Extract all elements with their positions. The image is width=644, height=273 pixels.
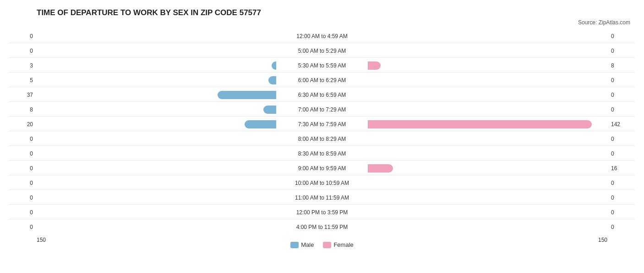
female-bar-container xyxy=(368,61,607,71)
female-bar-container xyxy=(368,149,607,159)
male-value: 0 xyxy=(9,180,37,186)
legend-female: Female xyxy=(323,241,353,248)
male-bar-container xyxy=(37,119,276,129)
female-bar-container xyxy=(368,31,607,41)
chart-row: 012:00 PM to 3:59 PM0 xyxy=(9,206,635,219)
male-value: 0 xyxy=(9,48,37,54)
chart-row: 05:00 AM to 5:29 AM0 xyxy=(9,44,635,58)
male-value: 0 xyxy=(9,209,37,216)
male-bar xyxy=(218,91,276,99)
male-value: 0 xyxy=(9,150,37,157)
male-bar-container xyxy=(37,46,276,56)
female-value: 0 xyxy=(607,48,635,54)
chart-row: 010:00 AM to 10:59 AM0 xyxy=(9,176,635,190)
female-bar-container xyxy=(368,105,607,115)
female-legend-label: Female xyxy=(333,241,353,248)
male-bar-container xyxy=(37,90,276,100)
female-value: 0 xyxy=(607,195,635,201)
male-bar-container xyxy=(37,163,276,173)
female-bar-container xyxy=(368,90,607,100)
female-bar-container xyxy=(368,222,607,232)
time-label: 7:30 AM to 7:59 AM xyxy=(276,121,368,128)
male-value: 3 xyxy=(9,62,37,69)
time-label: 12:00 AM to 4:59 AM xyxy=(276,33,368,39)
male-value: 20 xyxy=(9,121,37,128)
female-value: 0 xyxy=(607,224,635,230)
female-value: 16 xyxy=(607,165,635,172)
female-bar-container xyxy=(368,207,607,217)
female-bar-container xyxy=(368,134,607,144)
male-bar-container xyxy=(37,193,276,203)
male-value: 8 xyxy=(9,106,37,113)
female-legend-box xyxy=(323,242,331,248)
male-value: 0 xyxy=(9,136,37,142)
male-legend-box xyxy=(290,242,299,248)
male-bar-container xyxy=(37,75,276,85)
time-label: 5:30 AM to 5:59 AM xyxy=(276,62,368,69)
female-bar xyxy=(368,120,592,128)
male-bar-container xyxy=(37,61,276,71)
time-label: 9:00 AM to 9:59 AM xyxy=(276,165,368,172)
male-bar xyxy=(263,106,276,114)
female-bar-container xyxy=(368,119,607,129)
chart-row: 08:30 AM to 8:59 AM0 xyxy=(9,147,635,161)
time-label: 4:00 PM to 11:59 PM xyxy=(276,224,368,230)
female-value: 142 xyxy=(607,121,635,128)
male-bar xyxy=(272,61,276,70)
chart-row: 04:00 PM to 11:59 PM0 xyxy=(9,220,635,234)
male-bar xyxy=(245,120,276,128)
male-bar-container xyxy=(37,207,276,217)
time-label: 7:00 AM to 7:29 AM xyxy=(276,106,368,113)
bottom-label-left: 150 xyxy=(9,237,46,248)
male-bar-container xyxy=(37,149,276,159)
male-bar-container xyxy=(37,31,276,41)
time-label: 6:30 AM to 6:59 AM xyxy=(276,92,368,98)
time-label: 11:00 AM to 11:59 AM xyxy=(276,195,368,201)
chart-container: TIME OF DEPARTURE TO WORK BY SEX IN ZIP … xyxy=(0,0,644,262)
legend: Male Female xyxy=(290,241,354,248)
female-value: 0 xyxy=(607,106,635,113)
female-value: 8 xyxy=(607,62,635,69)
chart-area: 012:00 AM to 4:59 AM005:00 AM to 5:29 AM… xyxy=(9,29,635,234)
female-bar-container xyxy=(368,75,607,85)
male-value: 0 xyxy=(9,33,37,39)
bottom-label-right: 150 xyxy=(598,237,635,248)
female-bar-container xyxy=(368,193,607,203)
chart-row: 56:00 AM to 6:29 AM0 xyxy=(9,73,635,87)
source-text: Source: ZipAtlas.com xyxy=(9,19,635,26)
female-value: 0 xyxy=(607,33,635,39)
chart-row: 08:00 AM to 8:29 AM0 xyxy=(9,132,635,146)
time-label: 12:00 PM to 3:59 PM xyxy=(276,209,368,216)
female-value: 0 xyxy=(607,209,635,216)
male-bar-container xyxy=(37,222,276,232)
chart-row: 35:30 AM to 5:59 AM8 xyxy=(9,59,635,72)
male-bar-container xyxy=(37,134,276,144)
time-label: 6:00 AM to 6:29 AM xyxy=(276,77,368,84)
male-bar-container xyxy=(37,105,276,115)
male-value: 5 xyxy=(9,77,37,84)
male-value: 37 xyxy=(9,92,37,98)
time-label: 8:00 AM to 8:29 AM xyxy=(276,136,368,142)
male-value: 0 xyxy=(9,165,37,172)
chart-row: 09:00 AM to 9:59 AM16 xyxy=(9,162,635,175)
time-label: 10:00 AM to 10:59 AM xyxy=(276,180,368,186)
male-bar-container xyxy=(37,178,276,188)
chart-row: 376:30 AM to 6:59 AM0 xyxy=(9,88,635,102)
legend-male: Male xyxy=(290,241,314,248)
female-bar xyxy=(368,164,393,173)
chart-row: 87:00 AM to 7:29 AM0 xyxy=(9,103,635,117)
female-bar xyxy=(368,61,381,70)
female-bar-container xyxy=(368,163,607,173)
male-value: 0 xyxy=(9,224,37,230)
time-label: 8:30 AM to 8:59 AM xyxy=(276,150,368,157)
female-bar-container xyxy=(368,178,607,188)
female-value: 0 xyxy=(607,77,635,84)
male-bar xyxy=(268,76,276,84)
female-bar-container xyxy=(368,46,607,56)
male-legend-label: Male xyxy=(301,241,314,248)
female-value: 0 xyxy=(607,92,635,98)
female-value: 0 xyxy=(607,136,635,142)
chart-title: TIME OF DEPARTURE TO WORK BY SEX IN ZIP … xyxy=(9,8,635,17)
chart-row: 012:00 AM to 4:59 AM0 xyxy=(9,29,635,43)
chart-row: 011:00 AM to 11:59 AM0 xyxy=(9,191,635,205)
